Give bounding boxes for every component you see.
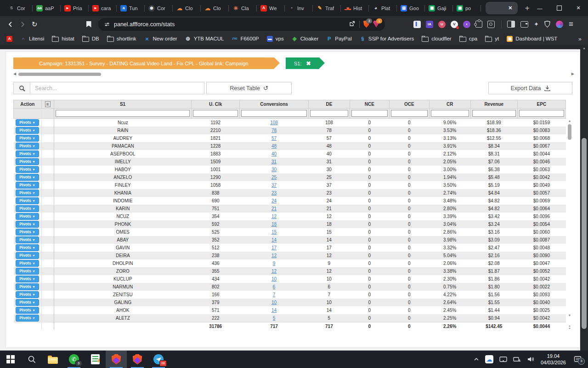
bookmark-item[interactable]: ∩Litensi [20, 36, 44, 42]
conversions-link[interactable]: 30 [271, 167, 277, 172]
conversions-link[interactable]: 10 [271, 300, 277, 305]
file-explorer-button[interactable] [42, 351, 63, 368]
bookmark-item[interactable]: cloudfler [422, 35, 451, 42]
brave-browser-button-active[interactable] [106, 351, 127, 368]
pivots-button[interactable]: Pivots ▼ [16, 299, 39, 306]
pivots-button[interactable]: Pivots ▼ [16, 182, 39, 189]
back-button[interactable] [5, 18, 17, 30]
browser-tab[interactable]: ☁Clo [173, 0, 201, 16]
taskbar-clock[interactable]: 19.04 04/03/2026 [541, 353, 566, 366]
column-header[interactable]: Revenue [470, 100, 517, 109]
conversions-link[interactable]: 15 [271, 230, 277, 235]
minimize-button[interactable]: — [530, 0, 549, 16]
pivots-button[interactable]: Pivots ▼ [16, 150, 39, 157]
conversions-link[interactable]: 24 [271, 198, 277, 203]
conversions-link[interactable]: 17 [271, 245, 277, 250]
conversions-link[interactable]: 5 [273, 316, 276, 321]
pivots-button[interactable]: Pivots ▼ [16, 213, 39, 220]
browser-tab[interactable]: ▸Pria [61, 0, 89, 16]
browser-tab[interactable]: ▤Goo [397, 0, 425, 16]
volume-icon[interactable] [527, 356, 535, 362]
bookmark-item[interactable]: ▬vps [267, 36, 284, 42]
start-button[interactable] [0, 351, 21, 368]
bookmark-item[interactable]: ZTEF6600P [232, 36, 259, 42]
wallet-icon[interactable] [520, 21, 528, 28]
reload-button[interactable]: ↻ [28, 18, 40, 30]
table-scroll-thumb[interactable] [568, 124, 571, 140]
cast-icon[interactable] [499, 356, 507, 362]
search-input[interactable] [30, 82, 204, 94]
share-button[interactable] [349, 20, 356, 29]
column-header[interactable]: EPC [517, 100, 565, 109]
pivots-button[interactable]: Pivots ▼ [16, 229, 39, 236]
extension-icon[interactable]: ▍ [413, 21, 421, 28]
bookmarks-overflow-chevron[interactable]: » [578, 35, 582, 42]
pivots-button[interactable]: Pivots ▼ [16, 252, 39, 259]
conversions-link[interactable]: 12 [271, 269, 277, 274]
bookmark-item[interactable]: histat [52, 35, 74, 42]
conversions-link[interactable]: 48 [271, 144, 277, 149]
extension-icon[interactable]: IA [426, 21, 433, 28]
table-scrollbar[interactable]: ▲ ▼ ▲▼ [567, 118, 572, 330]
pivots-button[interactable]: Pivots ▼ [16, 276, 39, 282]
menu-icon[interactable]: ≡ [569, 20, 573, 28]
pivots-button[interactable]: Pivots ▼ [16, 260, 39, 267]
taskbar-search-button[interactable] [21, 351, 42, 368]
browser-tab[interactable]: ◉Cor [145, 0, 173, 16]
hscroll-right-arrow[interactable]: ▶ [571, 72, 574, 76]
column-filter-input[interactable] [391, 110, 428, 117]
extensions-puzzle-icon[interactable] [475, 21, 482, 28]
bookmark-item[interactable]: shortlink [107, 35, 136, 42]
bookmark-item[interactable]: ×New order [144, 36, 177, 42]
cloud-sync-icon[interactable]: ☁ [485, 355, 493, 363]
pivots-button[interactable]: Pivots ▼ [16, 197, 39, 204]
pivots-button[interactable]: Pivots ▼ [16, 174, 39, 181]
conversions-link[interactable]: 57 [271, 136, 277, 141]
column-filter-input[interactable] [241, 110, 307, 117]
whatsapp-button[interactable]: ✆ 3 [63, 351, 85, 368]
search-extension-icon[interactable] [487, 21, 495, 28]
column-filter-input[interactable] [310, 110, 348, 117]
bookmark-item[interactable]: cpa [459, 35, 478, 42]
bookmark-item[interactable]: §SSP for Advertisers [360, 36, 414, 42]
network-icon[interactable] [513, 356, 521, 362]
column-filter-input[interactable] [519, 110, 564, 117]
browser-tab[interactable]: ▪Inv [285, 0, 313, 16]
bookmark-button[interactable] [83, 18, 95, 30]
hscroll-left-arrow[interactable]: ◀ [13, 72, 16, 76]
chip-close-icon[interactable]: ✖ [306, 61, 311, 66]
browser-tab[interactable]: ◕Plat [369, 0, 397, 16]
browser-tab[interactable]: SCor [5, 0, 33, 16]
conversions-link[interactable]: 31 [271, 159, 277, 164]
extension-icon[interactable]: U [438, 21, 446, 28]
conversions-link[interactable]: 14 [271, 237, 277, 242]
browser-tab[interactable]: aTun [117, 0, 145, 16]
pivots-button[interactable]: Pivots ▼ [16, 236, 39, 243]
pivots-button[interactable]: Pivots ▼ [16, 205, 39, 212]
reset-table-button[interactable]: Reset Table ↻ [206, 82, 292, 94]
brave-browser-button[interactable] [127, 351, 148, 368]
bookmark-item[interactable]: A [6, 36, 12, 42]
pivots-button[interactable]: Pivots ▼ [16, 135, 39, 142]
bookmark-item[interactable]: PPayPal [326, 36, 351, 42]
extension-icon[interactable]: V [451, 21, 458, 28]
conversions-link[interactable]: 37 [271, 183, 277, 188]
telegram-button[interactable]: 08 [148, 351, 169, 368]
conversions-link[interactable]: 108 [270, 120, 278, 125]
browser-tab[interactable]: ▂▆▃Hist [341, 0, 369, 16]
s1-filter-chip[interactable]: S1: ✖ [286, 58, 319, 69]
forward-button[interactable] [17, 18, 28, 30]
conversions-link[interactable]: 78 [271, 128, 277, 133]
profile-avatar[interactable] [556, 21, 563, 28]
browser-tab[interactable]: ▸cara [89, 0, 117, 16]
column-menu-button[interactable]: ≡ [41, 100, 54, 109]
pivots-button[interactable]: Pivots ▼ [16, 268, 39, 275]
bookmark-item[interactable]: ⊕YTB MACUL [185, 36, 224, 42]
pivots-button[interactable]: Pivots ▼ [16, 244, 39, 251]
browser-tab[interactable]: ▦po [453, 0, 481, 16]
column-header[interactable]: Conversions [240, 100, 309, 109]
close-button[interactable]: ✕ [569, 0, 588, 16]
export-data-button[interactable]: Export Data [488, 82, 572, 94]
conversions-link[interactable]: 21 [271, 206, 277, 211]
notification-center-button[interactable]: 3 [574, 356, 582, 363]
